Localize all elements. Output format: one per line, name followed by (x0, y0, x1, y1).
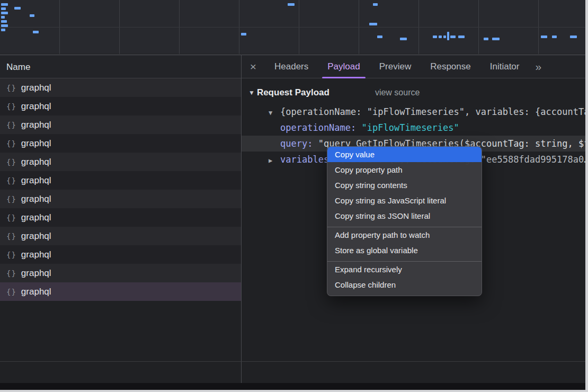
menu-item-copy-string-as-javascript-literal[interactable]: Copy string as JavaScript literal (327, 193, 482, 208)
timeline-bar (447, 32, 449, 40)
timeline-bar (1, 20, 7, 23)
network-request-list: {} graphql {} graphql {} graphql {} grap… (0, 78, 241, 301)
menu-item-store-as-global-variable[interactable]: Store as global variable (327, 243, 482, 258)
request-name: graphql (21, 175, 51, 186)
more-tabs-chevron-icon[interactable]: » (529, 55, 548, 78)
detail-tab-bar: × Headers Payload Preview Response Initi… (242, 55, 585, 78)
devtools-window: Name {} graphql {} graphql {} graphql {}… (0, 0, 585, 390)
section-expander-icon[interactable]: ▼ (248, 89, 255, 96)
request-name: graphql (21, 194, 51, 204)
timeline-bar (33, 31, 39, 33)
timeline-bar (1, 7, 6, 10)
timeline-bar (439, 35, 442, 38)
request-name: graphql (21, 101, 51, 112)
request-name: graphql (21, 268, 51, 279)
timeline-bar (492, 38, 500, 40)
request-row-graphql[interactable]: {} graphql (0, 282, 241, 301)
request-row-graphql[interactable]: {} graphql (0, 97, 241, 115)
menu-item-label: Add property path to watch (335, 230, 430, 239)
request-payload-section-header[interactable]: ▼ Request Payload view source (242, 78, 585, 101)
timeline-bar (433, 35, 437, 38)
bottom-divider (0, 361, 585, 362)
request-row-graphql[interactable]: {} graphql (0, 245, 241, 264)
request-row-graphql[interactable]: {} graphql (0, 78, 241, 97)
timeline-bar (1, 3, 8, 6)
json-braces-icon: {} (6, 195, 16, 203)
tree-row-operation-name[interactable]: operationName: "ipFlowTimeseries" (242, 120, 585, 136)
timeline-bar (1, 24, 8, 27)
json-braces-icon: {} (6, 288, 16, 296)
timeline-bar (552, 35, 557, 38)
request-name: graphql (21, 138, 51, 149)
json-braces-icon: {} (6, 102, 16, 111)
request-name: graphql (21, 83, 51, 93)
menu-item-label: Store as global variable (335, 246, 418, 255)
tab-label: Payload (327, 61, 360, 72)
menu-item-add-property-path-to-watch[interactable]: Add property path to watch (327, 227, 482, 243)
menu-item-label: Copy string contents (335, 181, 407, 190)
request-row-graphql[interactable]: {} graphql (0, 208, 241, 227)
expander-down-icon[interactable]: ▼ (269, 105, 280, 120)
menu-item-copy-string-as-json-literal[interactable]: Copy string as JSON literal (327, 208, 482, 224)
tab-label: Preview (379, 61, 411, 72)
menu-item-label: Copy value (335, 150, 375, 159)
timeline-bar (1, 29, 5, 31)
json-braces-icon: {} (6, 176, 16, 185)
request-name: graphql (21, 157, 51, 167)
network-request-panel: Name {} graphql {} graphql {} graphql {}… (0, 55, 241, 390)
timeline-bar (450, 35, 456, 38)
tree-row-root[interactable]: ▼{operationName: "ipFlowTimeseries", var… (242, 104, 585, 120)
request-row-graphql[interactable]: {} graphql (0, 153, 241, 171)
name-column-header[interactable]: Name (0, 55, 241, 78)
menu-item-label: Copy string as JSON literal (335, 211, 430, 220)
json-braces-icon: {} (6, 269, 16, 278)
close-detail-button[interactable]: × (242, 55, 265, 78)
request-row-graphql[interactable]: {} graphql (0, 115, 241, 134)
menu-item-label: Collapse children (335, 280, 396, 289)
request-name: graphql (21, 231, 51, 242)
timeline-bar (443, 35, 446, 38)
window-bottom-strip (0, 383, 585, 390)
menu-item-copy-property-path[interactable]: Copy property path (327, 162, 482, 177)
tab-response[interactable]: Response (421, 55, 480, 78)
timeline-bar (400, 38, 407, 40)
context-menu: Copy value Copy property path Copy strin… (327, 146, 482, 296)
tab-preview[interactable]: Preview (370, 55, 421, 78)
tab-initiator[interactable]: Initiator (480, 55, 529, 78)
network-overview-timeline[interactable] (0, 0, 585, 55)
menu-item-label: Expand recursively (335, 265, 402, 274)
expander-right-icon[interactable]: ▶ (269, 153, 280, 167)
section-title: Request Payload (257, 87, 329, 98)
request-name: graphql (21, 287, 51, 297)
tab-headers[interactable]: Headers (265, 55, 318, 78)
menu-item-label: Copy string as JavaScript literal (335, 196, 446, 205)
request-row-graphql[interactable]: {} graphql (0, 134, 241, 153)
request-row-graphql[interactable]: {} graphql (0, 171, 241, 190)
json-braces-icon: {} (6, 213, 16, 222)
menu-item-collapse-children[interactable]: Collapse children (327, 277, 482, 292)
request-name: graphql (21, 250, 51, 260)
menu-item-expand-recursively[interactable]: Expand recursively (327, 261, 482, 277)
timeline-bar (373, 3, 378, 6)
request-row-graphql[interactable]: {} graphql (0, 190, 241, 208)
json-braces-icon: {} (6, 84, 16, 92)
tab-label: Headers (274, 61, 308, 72)
json-braces-icon: {} (6, 139, 16, 148)
view-source-link[interactable]: view source (375, 88, 420, 97)
tab-payload[interactable]: Payload (318, 55, 369, 78)
request-row-graphql[interactable]: {} graphql (0, 264, 241, 282)
menu-item-label: Copy property path (335, 165, 403, 174)
tab-label: Initiator (490, 61, 520, 72)
request-row-graphql[interactable]: {} graphql (0, 227, 241, 245)
menu-item-copy-value[interactable]: Copy value (327, 147, 482, 162)
property-key: variables: (280, 154, 334, 165)
tab-label: Response (430, 61, 471, 72)
timeline-bar (288, 3, 295, 6)
json-braces-icon: {} (6, 121, 16, 129)
menu-item-copy-string-contents[interactable]: Copy string contents (327, 177, 482, 193)
property-key: query: (280, 138, 313, 149)
property-value: "ipFlowTimeseries" (362, 122, 459, 133)
timeline-bar (570, 35, 577, 38)
root-object-summary: {operationName: "ipFlowTimeseries", vari… (280, 106, 585, 117)
timeline-bar (377, 35, 382, 38)
